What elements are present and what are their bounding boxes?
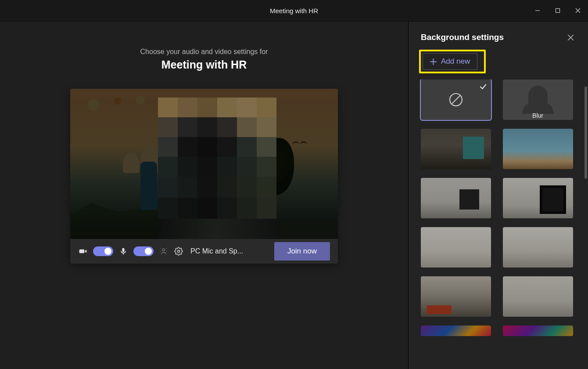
minimize-icon	[535, 8, 540, 13]
camera-preview	[70, 89, 338, 239]
background-option-image-4[interactable]	[503, 178, 573, 218]
window-title: Meeting with HR	[270, 7, 318, 14]
window-controls	[527, 0, 588, 21]
svg-point-7	[161, 251, 161, 252]
audio-device-label[interactable]: PC Mic and Sp...	[190, 247, 243, 255]
background-option-image-10[interactable]	[503, 326, 573, 336]
close-icon	[575, 8, 581, 13]
background-effects-button[interactable]	[159, 246, 169, 256]
prejoin-area: Choose your audio and video settings for…	[0, 22, 408, 369]
svg-point-8	[166, 251, 167, 252]
meeting-title: Meeting with HR	[161, 58, 247, 71]
plus-icon	[430, 58, 437, 65]
titlebar: Meeting with HR	[0, 0, 588, 21]
none-icon	[447, 91, 465, 109]
prejoin-subtitle: Choose your audio and video settings for	[140, 48, 268, 56]
camera-icon	[78, 246, 88, 256]
maximize-button[interactable]	[548, 0, 568, 21]
preview-controls: PC Mic and Sp... Join now	[70, 239, 338, 264]
microphone-icon	[118, 246, 128, 256]
background-option-image-1[interactable]	[421, 129, 491, 169]
gear-icon	[174, 247, 183, 256]
app-body: Choose your audio and video settings for…	[0, 22, 588, 369]
background-option-image-8[interactable]	[503, 276, 573, 317]
microphone-toggle[interactable]	[133, 246, 154, 256]
blur-caption: Blur	[503, 112, 573, 119]
background-option-image-5[interactable]	[421, 227, 491, 268]
minimize-button[interactable]	[527, 0, 548, 21]
background-option-blur[interactable]: Blur	[503, 80, 573, 120]
backgrounds-grid: Blur	[409, 80, 588, 369]
svg-point-6	[166, 248, 167, 249]
svg-rect-1	[556, 9, 560, 13]
close-icon	[567, 34, 574, 41]
add-new-label: Add new	[441, 57, 470, 66]
panel-title: Background settings	[421, 33, 504, 42]
device-settings-button[interactable]	[174, 246, 183, 256]
scrollbar[interactable]	[584, 87, 587, 179]
background-option-none[interactable]	[421, 80, 491, 120]
background-option-image-7[interactable]	[421, 276, 491, 317]
camera-toggle[interactable]	[93, 246, 113, 256]
background-option-image-2[interactable]	[503, 129, 573, 169]
svg-point-5	[161, 248, 161, 249]
background-settings-panel: Background settings Add new	[408, 22, 588, 369]
preview-card: PC Mic and Sp... Join now	[70, 89, 338, 264]
check-icon	[479, 82, 488, 93]
add-new-highlight: Add new	[419, 50, 486, 73]
background-option-image-3[interactable]	[421, 178, 491, 218]
close-window-button[interactable]	[568, 0, 588, 21]
add-new-button[interactable]: Add new	[423, 53, 477, 70]
svg-point-9	[178, 250, 180, 253]
svg-line-15	[452, 95, 460, 104]
app-window: Meeting with HR Choose your audio and vi…	[0, 0, 588, 369]
svg-point-4	[163, 249, 165, 251]
background-option-image-6[interactable]	[503, 227, 573, 268]
close-panel-button[interactable]	[565, 32, 576, 43]
maximize-icon	[555, 8, 560, 13]
join-now-button[interactable]: Join now	[274, 242, 330, 260]
background-option-image-9[interactable]	[421, 326, 491, 336]
